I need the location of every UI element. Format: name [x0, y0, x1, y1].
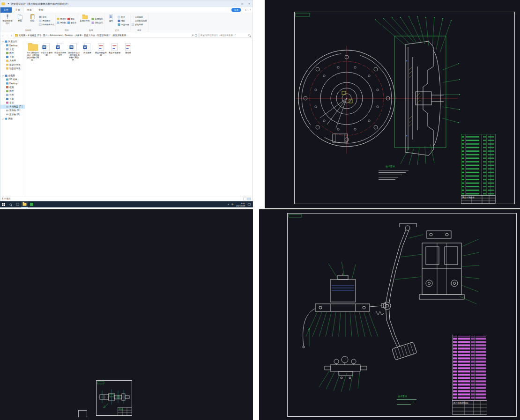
address-dropdown-icon[interactable] — [192, 35, 194, 36]
file-icon — [84, 41, 90, 52]
nav-item[interactable]: 图片 — [0, 89, 25, 93]
file-item[interactable]: 离合器装配图 — [108, 41, 121, 61]
nav-item[interactable]: 视频 — [0, 85, 25, 89]
cut-button[interactable]: 剪切 — [39, 16, 55, 19]
file-icon — [57, 41, 63, 52]
move-to-button[interactable]: 移动到 — [57, 18, 67, 21]
file-name: 驱动桥 — [125, 52, 131, 54]
share-badge-button[interactable]: 分享 — [231, 8, 241, 12]
breadcrumb-segment[interactable]: 本地磁盘 (C:)› — [28, 34, 43, 37]
nav-item-icon — [5, 74, 7, 77]
easy-access-button[interactable]: 轻松访问 — [92, 22, 103, 24]
maximize-button[interactable]: □ — [239, 0, 246, 7]
nav-item[interactable]: 新建文件夹 — [0, 63, 25, 66]
nav-item[interactable]: 文档 — [0, 93, 25, 97]
tab-home[interactable]: 主页 — [12, 7, 24, 13]
nav-item[interactable]: 新加卷 (D:) — [0, 109, 25, 112]
copy-button[interactable]: 复制 — [15, 14, 26, 29]
group-label-open: 打开 — [105, 29, 129, 32]
tab-file[interactable]: 文件 — [0, 7, 12, 13]
pin-to-quick-access-button[interactable]: 固定到快速访问 — [2, 14, 13, 29]
nav-item[interactable]: 轻型货车设计（液压… — [0, 66, 25, 70]
copy-to-button[interactable]: 复制到 — [57, 22, 67, 24]
nav-item-icon — [5, 118, 7, 120]
details-view-icon[interactable] — [243, 198, 246, 200]
address-bar[interactable]: 此电脑›本地磁盘 (C:)›用户›Administrator›Desktop›大… — [14, 33, 199, 38]
properties-button[interactable]: 属性 — [105, 14, 117, 29]
open-button[interactable]: 打开 — [118, 16, 129, 19]
tab-share[interactable]: 共享 — [24, 7, 36, 13]
paste-button[interactable]: 粘贴 — [27, 14, 38, 29]
file-item[interactable]: 毕业论文答辩稿 — [40, 41, 53, 61]
breadcrumb-segment[interactable]: Desktop› — [65, 34, 75, 37]
select-all-button[interactable]: 全部选择 — [132, 16, 147, 19]
nav-item[interactable]: 音乐 — [0, 101, 25, 104]
show-desktop-button[interactable] — [252, 201, 253, 207]
breadcrumb-segment[interactable]: 大橡果› — [75, 34, 84, 37]
breadcrumb-segment[interactable]: 轻型货车设计（液压操纵及摩…› — [97, 34, 129, 37]
nav-item[interactable]: 新加卷 (F:) — [0, 112, 25, 116]
history-button[interactable]: 历史记录 — [118, 23, 129, 26]
copy-path-button[interactable]: 复制路径 — [39, 20, 55, 22]
file-item[interactable]: 轻型货车设计（液压操纵及摩擦式离合器... — [67, 41, 81, 61]
breadcrumb-segment[interactable]: 用户› — [43, 34, 50, 37]
breadcrumb-segment[interactable]: 新建文件夹› — [84, 34, 97, 37]
search-box[interactable] — [199, 33, 252, 38]
file-item[interactable]: 毕业设计开题报告 — [54, 41, 67, 61]
refresh-icon[interactable] — [195, 34, 197, 37]
nav-item[interactable]: 3D 对象 — [0, 78, 25, 81]
select-none-button[interactable]: 全部取消选择 — [132, 20, 147, 22]
forward-icon[interactable]: → — [6, 34, 9, 37]
nav-item[interactable]: 此电脑 — [0, 74, 25, 78]
nav-item[interactable]: 本地磁盘 (C:) — [0, 105, 25, 109]
nav-item[interactable]: 网络 — [0, 117, 25, 121]
breadcrumb-segment[interactable]: Administrator› — [50, 34, 65, 37]
up-icon[interactable]: ↑ — [10, 34, 14, 37]
delete-icon — [67, 18, 70, 20]
taskbar-cad-app-icon[interactable] — [28, 201, 35, 207]
search-input[interactable] — [201, 34, 248, 37]
nav-item[interactable]: 下载 — [0, 55, 25, 59]
nav-item[interactable]: 图片 — [0, 51, 25, 55]
nav-item[interactable]: Desktop — [0, 81, 25, 85]
collapse-ribbon-icon[interactable]: ∧ — [244, 7, 248, 13]
file-item[interactable]: 600 轻型货车设计（液压操纵及摩擦式离合... — [27, 41, 40, 61]
taskbar-clock[interactable]: 8:47 2021/1/28 — [235, 202, 246, 206]
paste-shortcut-button[interactable]: 粘贴快捷方式 — [39, 23, 55, 26]
start-button[interactable] — [0, 201, 7, 207]
nav-item[interactable]: Desktop — [0, 44, 25, 47]
expander-caret-icon[interactable] — [2, 118, 4, 120]
nav-item[interactable]: 文档 — [0, 47, 25, 51]
delete-button[interactable]: 删除 — [67, 18, 77, 21]
back-icon[interactable]: ← — [1, 34, 5, 37]
help-icon[interactable]: ? — [248, 7, 253, 13]
taskbar-search-icon[interactable] — [7, 201, 14, 207]
file-item[interactable]: 外文翻译 — [81, 41, 94, 61]
task-view-icon[interactable] — [14, 201, 21, 207]
large-icons-view-icon[interactable] — [248, 198, 251, 200]
file-item[interactable]: 驱动桥 — [122, 41, 135, 61]
windows-logo-icon — [2, 203, 5, 206]
nav-item[interactable]: 大橡果 — [0, 59, 25, 63]
ime-indicator[interactable]: 中 — [230, 203, 235, 206]
quick-access-toolbar-caret[interactable] — [8, 3, 9, 4]
expander-caret-icon[interactable] — [2, 41, 4, 43]
nav-item[interactable]: 下载 — [0, 97, 25, 101]
new-folder-button[interactable]: 新建文件夹 — [79, 14, 90, 29]
minimize-button[interactable]: — — [232, 0, 239, 7]
breadcrumb-label: Desktop — [65, 34, 73, 37]
open-icon — [118, 16, 120, 18]
nav-item[interactable]: 快速访问 — [0, 40, 25, 44]
taskbar-explorer-icon[interactable] — [21, 201, 28, 207]
breadcrumb-segment[interactable]: 此电脑› — [19, 34, 28, 37]
action-center-icon[interactable] — [248, 203, 251, 206]
invert-selection-button[interactable]: 反向选择 — [132, 23, 147, 26]
new-item-button[interactable]: 新建项目 — [92, 18, 103, 21]
expander-caret-icon[interactable] — [2, 75, 4, 77]
file-item[interactable]: 离合器操纵机构 — [95, 41, 108, 61]
tray-expand-icon[interactable]: ∧ — [226, 203, 230, 206]
rename-button[interactable]: 重命名 — [67, 22, 77, 24]
close-button[interactable]: × — [246, 0, 253, 7]
edit-button[interactable]: 编辑 — [118, 20, 129, 22]
tab-view[interactable]: 查看 — [35, 7, 47, 13]
